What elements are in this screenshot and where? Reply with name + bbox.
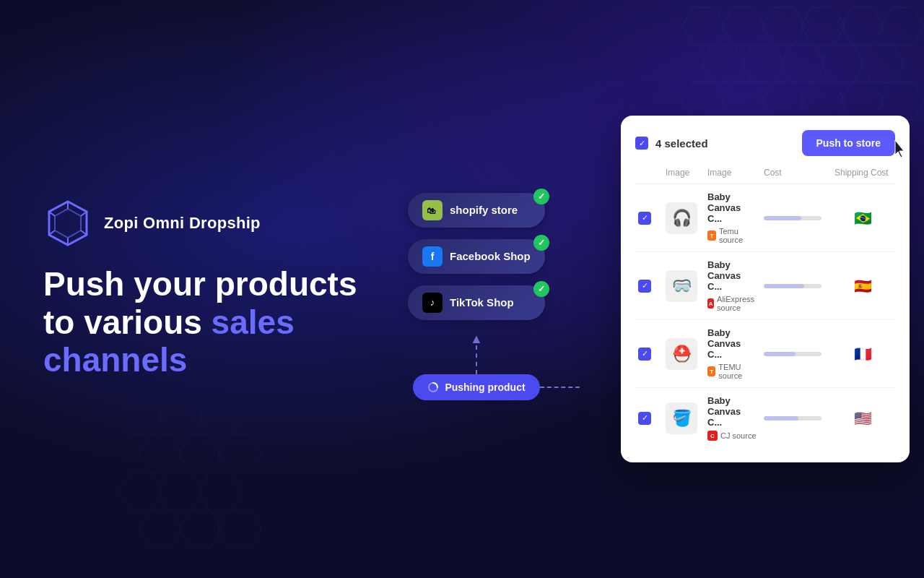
product-thumb-4: 🪣 xyxy=(666,402,697,434)
facebook-icon: f xyxy=(422,246,443,267)
product-name-1: Baby Canvas C... xyxy=(707,191,758,224)
pushing-product-pill: Pushing product xyxy=(413,374,539,400)
row-checkbox-4[interactable]: ✓ xyxy=(638,412,651,425)
row-checkbox-1[interactable]: ✓ xyxy=(638,212,651,225)
table-row: ✓ ⛑️ Baby Canvas C... T TEMU source 🇫🇷 xyxy=(635,320,895,388)
tiktok-check: ✓ xyxy=(533,281,549,297)
cost-bar-4 xyxy=(764,416,821,420)
shopify-label: shopify store xyxy=(450,204,518,216)
product-info-1: Baby Canvas C... T Temu source xyxy=(707,191,758,244)
col-name: Image xyxy=(707,168,758,178)
headline: Push your products to various sales chan… xyxy=(43,265,375,380)
source-badge-1: T Temu source xyxy=(707,227,758,244)
app-title: Zopi Omni Dropship xyxy=(104,214,261,233)
middle-section: 🛍 shopify store ✓ f Facebook Shop ✓ ♪ Ti… xyxy=(375,178,578,400)
panel-header: ✓ 4 selected Push to store xyxy=(635,130,895,156)
table-row: ✓ 🪣 Baby Canvas C... C CJ source 🇺🇸 xyxy=(635,388,895,448)
cost-bar-1 xyxy=(764,216,821,220)
temu-icon-3: T xyxy=(707,366,715,376)
row-checkbox-2[interactable]: ✓ xyxy=(638,280,651,293)
shopify-icon: 🛍 xyxy=(422,200,443,220)
flag-3: 🇫🇷 xyxy=(834,345,892,363)
row-checkbox-3[interactable]: ✓ xyxy=(638,348,651,361)
tiktok-label: TikTok Shop xyxy=(450,296,514,309)
col-cost: Cost xyxy=(764,168,829,178)
logo-row: Zopi Omni Dropship xyxy=(43,199,375,248)
headline-line3: channels xyxy=(43,341,375,379)
product-info-4: Baby Canvas C... C CJ source xyxy=(707,395,758,441)
selected-count: 4 selected xyxy=(655,137,708,150)
source-badge-3: T TEMU source xyxy=(707,363,758,380)
svg-marker-30 xyxy=(55,209,81,238)
cost-bar-2 xyxy=(764,284,821,288)
flag-1: 🇧🇷 xyxy=(834,210,892,227)
ali-icon: A xyxy=(707,298,714,309)
headline-line2: to various sales xyxy=(43,303,375,342)
main-content: Zopi Omni Dropship Push your products to… xyxy=(0,0,924,578)
facebook-label: Facebook Shop xyxy=(450,250,531,262)
product-thumb-2: 🥽 xyxy=(666,270,697,302)
table-row: ✓ 🎧 Baby Canvas C... T Temu source 🇧🇷 xyxy=(635,184,895,252)
channel-shopify[interactable]: 🛍 shopify store ✓ xyxy=(408,193,545,228)
product-name-4: Baby Canvas C... xyxy=(707,395,758,428)
flag-2: 🇪🇸 xyxy=(834,277,892,295)
source-badge-2: A AliExpress source xyxy=(707,295,758,312)
channel-facebook[interactable]: f Facebook Shop ✓ xyxy=(408,239,545,274)
cj-icon: C xyxy=(707,431,718,441)
table-row: ✓ 🥽 Baby Canvas C... A AliExpress source… xyxy=(635,252,895,320)
source-badge-4: C CJ source xyxy=(707,431,758,441)
logo-icon xyxy=(43,199,92,248)
source-name-4: CJ source xyxy=(720,431,757,440)
product-name-3: Baby Canvas C... xyxy=(707,327,758,360)
cost-bar-3 xyxy=(764,352,821,356)
channel-tiktok[interactable]: ♪ TikTok Shop ✓ xyxy=(408,285,545,320)
product-info-2: Baby Canvas C... A AliExpress source xyxy=(707,259,758,312)
product-thumb-1: 🎧 xyxy=(666,202,697,234)
product-panel: ✓ 4 selected Push to store Image Image C… xyxy=(621,116,910,462)
dashed-line-horizontal xyxy=(540,387,580,388)
source-name-3: TEMU source xyxy=(718,363,758,380)
flag-4: 🇺🇸 xyxy=(834,410,892,427)
source-name-2: AliExpress source xyxy=(717,295,758,312)
left-section: Zopi Omni Dropship Push your products to… xyxy=(43,199,375,380)
col-shipping: Shipping Cost xyxy=(834,168,892,178)
tiktok-icon: ♪ xyxy=(422,293,443,313)
selected-row: ✓ 4 selected xyxy=(635,137,708,150)
spinner-icon xyxy=(427,381,439,393)
arrow-up-icon: ▲ xyxy=(470,332,483,347)
table-header: Image Image Cost Shipping Cost xyxy=(635,168,895,184)
col-image: Image xyxy=(666,168,702,178)
shopify-check: ✓ xyxy=(533,189,549,204)
product-info-3: Baby Canvas C... T TEMU source xyxy=(707,327,758,380)
arrow-line: ▲ xyxy=(470,332,483,374)
product-thumb-3: ⛑️ xyxy=(666,338,697,370)
facebook-check: ✓ xyxy=(533,235,549,251)
source-name-1: Temu source xyxy=(719,227,758,244)
temu-icon: T xyxy=(707,230,716,241)
push-to-store-button[interactable]: Push to store xyxy=(802,130,895,156)
master-checkbox[interactable]: ✓ xyxy=(635,137,648,150)
headline-line1: Push your products xyxy=(43,265,375,303)
svg-text:🛍: 🛍 xyxy=(427,206,436,216)
pushing-label: Pushing product xyxy=(445,381,525,393)
product-name-2: Baby Canvas C... xyxy=(707,259,758,292)
dashed-line-vertical xyxy=(476,345,477,374)
